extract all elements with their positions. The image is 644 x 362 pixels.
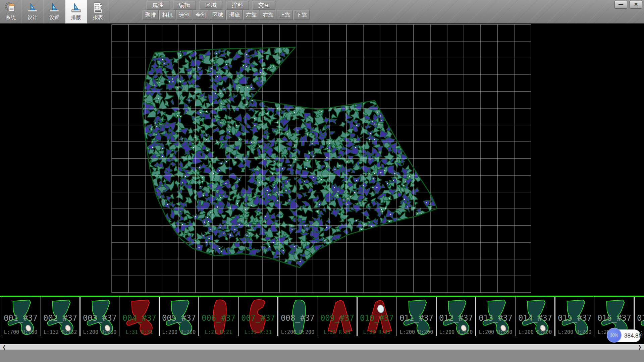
piece-lr-count: L:200 R:200 [516, 329, 554, 335]
titlebar: 系统 设计 设置 排版 报表 属性编辑区域排料交互 聚排相机选割全割区域瑕疵左靠… [0, 0, 644, 23]
piece-lr-count: L:31 R:31 [239, 329, 277, 335]
piece-thumbnail[interactable]: 006_#37 L:21 R:21 [199, 297, 238, 336]
tool-button-cluster-nest[interactable]: 聚排 [143, 10, 159, 20]
piece-thumbnail[interactable]: 004_#37 L:31 R:31 [120, 297, 159, 336]
piece-id: 010_#37 [358, 313, 396, 323]
piece-id: 007_#37 [239, 313, 277, 323]
piece-thumbnail[interactable]: 002_#37 L:132 R:132 [41, 297, 80, 336]
piece-thumbnail[interactable]: 001_#37 L:700 R:700 [1, 297, 40, 336]
mode-label-layout: 排版 [71, 14, 81, 21]
piece-lr-count: L:21 R:21 [199, 329, 238, 335]
memory-badge: 38% 384.8M [608, 329, 641, 342]
piece-thumbnail[interactable]: 011_#37 L:200 R:200 [397, 297, 436, 336]
menu-button-nesting[interactable]: 排料 [226, 1, 249, 10]
mode-buttons: 系统 设计 设置 排版 报表 [0, 0, 109, 23]
mode-label-system: 系统 [6, 14, 16, 21]
piece-id: 017_#37 [635, 313, 644, 323]
horizontal-scrollbar[interactable]: ❮ ❯ [0, 344, 644, 350]
nesting-canvas[interactable] [0, 23, 644, 296]
piece-lr-count: L:32 R:31 [318, 329, 357, 335]
piece-thumbnail[interactable]: 014_#37 L:200 R:200 [516, 297, 555, 336]
piece-id: 002_#37 [41, 313, 79, 323]
piece-lr-count: L:200 R:200 [437, 329, 475, 335]
piece-id: 001_#37 [1, 313, 40, 323]
piece-thumbnail[interactable]: 009_#37 L:32 R:31 [318, 297, 357, 336]
piece-thumbnail[interactable]: 005_#37 L:200 R:200 [159, 297, 199, 336]
piece-lr-count: L:200 R:200 [476, 329, 515, 335]
piece-thumbnail[interactable]: 013_#37 L:200 R:200 [476, 297, 515, 336]
piece-lr-count: L:132 R:132 [41, 329, 79, 335]
tool-button-defect[interactable]: 瑕疵 [226, 10, 243, 20]
piece-id: 003_#37 [80, 313, 119, 323]
piece-id: 016_#37 [595, 313, 634, 323]
piece-lr-count: L:200 R:200 [278, 329, 317, 335]
set-square-icon [70, 1, 83, 14]
status-footer [0, 350, 644, 362]
tool-button-snap-bottom[interactable]: 下靠 [293, 10, 310, 20]
tool-button-snap-left[interactable]: 左靠 [243, 10, 259, 20]
mode-label-design: 设计 [28, 14, 38, 21]
piece-id: 013_#37 [476, 313, 515, 323]
piece-id: 005_#37 [160, 313, 198, 323]
report-icon [92, 1, 104, 14]
piece-id: 008_#37 [278, 313, 317, 323]
mode-button-report[interactable]: 报表 [87, 0, 109, 23]
piece-lr-count: L:31 R:31 [120, 329, 159, 335]
menu-button-interact[interactable]: 交互 [253, 1, 275, 10]
tool-button-snap-top[interactable]: 上靠 [277, 10, 293, 20]
menu-button-properties[interactable]: 属性 [147, 1, 169, 10]
tool-row: 聚排相机选割全割区域瑕疵左靠右靠上靠下靠 [143, 10, 310, 20]
scroll-right-arrow[interactable]: ❯ [638, 345, 642, 350]
piece-lr-count: L:200 R:200 [555, 329, 594, 335]
tool-button-select-cut[interactable]: 选割 [176, 10, 192, 20]
piece-thumbnail[interactable]: 015_#37 L:200 R:200 [555, 297, 594, 336]
piece-thumbnail[interactable]: 003_#37 L:200 R:200 [80, 297, 119, 336]
tool-button-camera[interactable]: 相机 [159, 10, 175, 20]
piece-lr-count: L:200 R:200 [160, 329, 198, 335]
piece-id: 011_#37 [397, 313, 436, 323]
mode-label-report: 报表 [93, 14, 103, 21]
mode-button-settings[interactable]: 设置 [44, 0, 65, 23]
set-square-icon [48, 1, 61, 14]
mode-button-design[interactable]: 设计 [22, 0, 44, 23]
menu-button-region[interactable]: 区域 [200, 1, 222, 10]
menu-button-edit[interactable]: 编辑 [173, 1, 196, 10]
tool-button-region[interactable]: 区域 [210, 10, 226, 20]
tool-button-snap-right[interactable]: 右靠 [260, 10, 276, 20]
tool-button-cut-all[interactable]: 全割 [193, 10, 209, 20]
menu-row: 属性编辑区域排料交互 [147, 1, 275, 10]
nesting-canvas-svg[interactable] [0, 23, 644, 296]
window-controls: — ✕ [614, 1, 642, 9]
mode-label-settings: 设置 [49, 14, 59, 21]
close-button[interactable]: ✕ [630, 1, 642, 9]
piece-thumbnail[interactable]: 010_#37 L:33 R:33 [357, 297, 396, 336]
progress-circle: 38% [607, 328, 622, 343]
piece-thumbnail[interactable]: 012_#37 L:200 R:200 [436, 297, 476, 336]
piece-filmstrip: 001_#37 L:700 R:700 002_#37 L:132 R:132 … [0, 296, 644, 337]
piece-lr-count: L:700 R:700 [1, 329, 40, 335]
piece-id: 012_#37 [437, 313, 475, 323]
minimize-button[interactable]: — [614, 1, 627, 9]
scroll-left-arrow[interactable]: ❮ [2, 345, 6, 350]
piece-thumbnail[interactable]: 008_#37 L:200 R:200 [278, 297, 317, 336]
mode-button-system[interactable]: 系统 [0, 0, 22, 23]
piece-id: 015_#37 [555, 313, 594, 323]
piece-id: 009_#37 [318, 313, 357, 323]
mode-button-layout[interactable]: 排版 [65, 0, 87, 23]
set-square-icon [26, 1, 39, 14]
system-icon [4, 1, 17, 14]
piece-id: 004_#37 [120, 313, 159, 323]
memory-value: 384.8M [624, 333, 643, 339]
piece-lr-count: L:33 R:33 [358, 329, 396, 335]
piece-thumbnail[interactable]: 007_#37 L:31 R:31 [238, 297, 278, 336]
piece-lr-count: L:200 R:200 [397, 329, 436, 335]
piece-id: 006_#37 [199, 313, 238, 323]
app-window: 系统 设计 设置 排版 报表 属性编辑区域排料交互 聚排相机选割全割区域瑕疵左靠… [0, 0, 644, 362]
piece-id: 014_#37 [516, 313, 554, 323]
piece-lr-count: L:200 R:200 [80, 329, 119, 335]
